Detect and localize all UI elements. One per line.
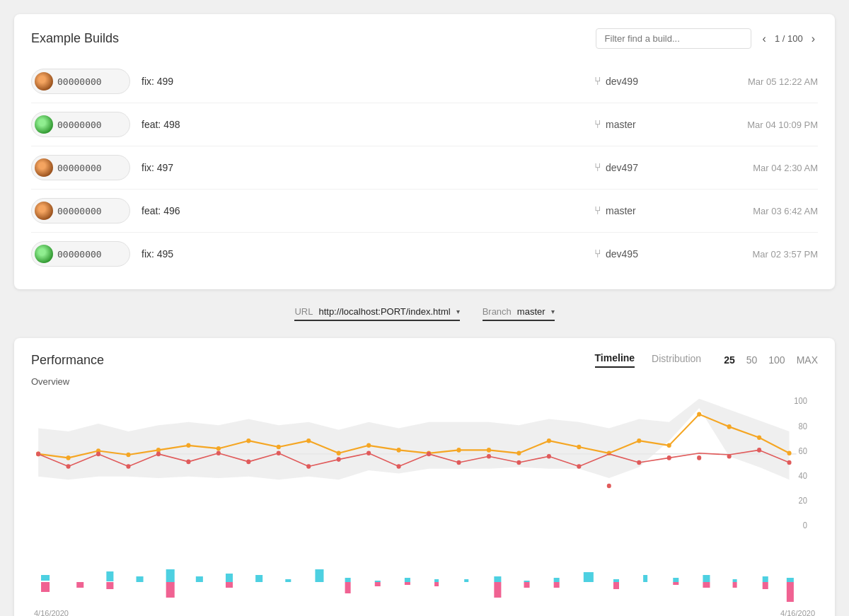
- date-row: 4/16/2020 4/16/2020: [31, 609, 818, 616]
- svg-point-54: [667, 455, 671, 460]
- branch-name: master: [606, 119, 636, 130]
- svg-point-14: [246, 438, 250, 443]
- svg-point-45: [397, 464, 401, 469]
- branch-selector[interactable]: Branch master ▾: [483, 306, 555, 321]
- table-row[interactable]: 00000000 fix: 495 ⑂ dev495 Mar 02 3:57 P…: [31, 232, 818, 275]
- line-chart: 100 80 60 40 20 0: [31, 393, 818, 548]
- svg-rect-108: [763, 582, 768, 589]
- build-hash: 00000000: [57, 120, 102, 130]
- svg-point-50: [547, 454, 551, 459]
- svg-rect-104: [703, 582, 710, 588]
- avatar: [35, 158, 53, 177]
- svg-text:100: 100: [794, 396, 807, 406]
- svg-rect-99: [643, 575, 647, 582]
- build-message: feat: 496: [142, 205, 583, 216]
- svg-point-19: [397, 448, 401, 453]
- svg-point-52: [607, 484, 611, 489]
- filter-input[interactable]: [596, 28, 751, 49]
- pagination-label: 1 / 100: [775, 33, 803, 44]
- svg-rect-81: [375, 581, 381, 582]
- svg-rect-94: [554, 582, 560, 588]
- build-message: fix: 495: [142, 248, 583, 260]
- branch-value: master: [517, 306, 545, 317]
- branch-name: dev499: [606, 76, 638, 87]
- svg-point-56: [727, 454, 732, 459]
- avatar: [35, 72, 53, 91]
- url-selector[interactable]: URL http://localhost:PORT/index.html ▾: [294, 306, 459, 321]
- tab-timeline[interactable]: Timeline: [595, 352, 635, 368]
- table-row[interactable]: 00000000 feat: 498 ⑂ master Mar 04 10:09…: [31, 103, 818, 146]
- svg-rect-106: [733, 582, 737, 588]
- svg-rect-72: [226, 582, 233, 588]
- build-id-badge: 00000000: [31, 198, 130, 223]
- svg-rect-63: [106, 571, 113, 581]
- svg-rect-60: [41, 582, 50, 592]
- count-100[interactable]: 100: [768, 354, 785, 366]
- svg-rect-93: [554, 578, 560, 582]
- bar-chart-svg: [34, 554, 815, 603]
- svg-point-16: [306, 438, 311, 443]
- build-date: Mar 03 6:42 AM: [705, 206, 818, 216]
- performance-counts: 25 50 100 MAX: [724, 354, 818, 366]
- svg-point-8: [67, 455, 71, 460]
- table-row[interactable]: 00000000 fix: 497 ⑂ dev497 Mar 04 2:30 A…: [31, 146, 818, 189]
- svg-point-39: [216, 451, 221, 456]
- tab-distribution[interactable]: Distribution: [652, 353, 701, 367]
- build-branch: ⑂ master: [594, 118, 693, 131]
- branch-name: dev495: [606, 248, 638, 260]
- build-hash: 00000000: [57, 206, 102, 216]
- svg-point-21: [456, 448, 461, 453]
- build-date: Mar 04 10:09 PM: [705, 120, 818, 130]
- svg-point-13: [216, 446, 221, 451]
- svg-point-29: [697, 412, 701, 417]
- svg-rect-64: [106, 582, 113, 589]
- svg-point-53: [637, 460, 641, 465]
- branch-icon: ⑂: [594, 118, 601, 131]
- branch-dropdown-icon: ▾: [551, 308, 555, 315]
- builds-controls: ‹ 1 / 100 ›: [596, 28, 818, 49]
- svg-point-48: [487, 454, 491, 459]
- builds-header: Example Builds ‹ 1 / 100 ›: [31, 28, 818, 49]
- branch-name: master: [606, 205, 636, 216]
- svg-rect-62: [76, 582, 83, 588]
- svg-point-34: [67, 464, 71, 469]
- svg-rect-107: [763, 576, 768, 582]
- svg-point-15: [277, 445, 281, 450]
- pagination-prev-button[interactable]: ‹: [760, 31, 769, 47]
- svg-rect-69: [196, 576, 203, 582]
- svg-rect-67: [166, 569, 175, 582]
- build-hash: 00000000: [57, 249, 102, 260]
- avatar-image: [35, 245, 53, 263]
- build-branch: ⑂ dev495: [594, 248, 693, 260]
- svg-point-38: [186, 460, 190, 465]
- svg-rect-110: [787, 582, 794, 602]
- url-label: URL: [294, 306, 313, 317]
- pagination: ‹ 1 / 100 ›: [760, 31, 818, 47]
- build-branch: ⑂ dev497: [594, 161, 693, 174]
- pagination-next-button[interactable]: ›: [809, 31, 818, 47]
- svg-point-18: [366, 443, 371, 448]
- build-hash: 00000000: [57, 76, 102, 87]
- performance-title: Performance: [31, 353, 595, 368]
- count-25[interactable]: 25: [724, 354, 735, 366]
- table-row[interactable]: 00000000 feat: 496 ⑂ master Mar 03 6:42 …: [31, 189, 818, 232]
- table-row[interactable]: 00000000 fix: 499 ⑂ dev499 Mar 05 12:22 …: [31, 60, 818, 103]
- svg-point-28: [667, 443, 671, 448]
- svg-rect-75: [285, 579, 291, 582]
- bar-chart: [34, 554, 815, 603]
- svg-rect-77: [315, 569, 323, 582]
- avatar: [35, 115, 53, 134]
- svg-point-46: [427, 452, 431, 457]
- svg-rect-80: [345, 582, 351, 593]
- count-max[interactable]: MAX: [797, 354, 818, 366]
- count-50[interactable]: 50: [746, 354, 758, 366]
- branch-icon: ⑂: [594, 161, 601, 174]
- date-end: 4/16/2020: [780, 609, 815, 616]
- branch-icon: ⑂: [594, 248, 601, 260]
- svg-point-25: [577, 445, 581, 450]
- build-id-badge: 00000000: [31, 112, 130, 137]
- build-id-badge: 00000000: [31, 155, 130, 180]
- svg-point-12: [186, 443, 190, 448]
- svg-rect-82: [375, 582, 381, 586]
- build-hash: 00000000: [57, 163, 102, 173]
